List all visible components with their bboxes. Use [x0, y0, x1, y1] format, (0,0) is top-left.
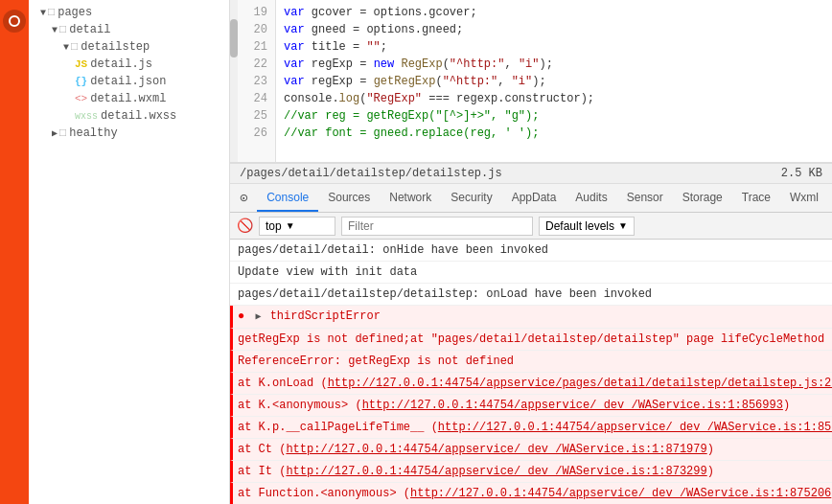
code-line-4: var regExp = new RegExp("^http:", "i"); [284, 56, 824, 73]
detail-label: detail [69, 23, 110, 36]
error-stack-2: at K.<anonymous> (http://127.0.0.1:44754… [230, 395, 832, 417]
tree-item-detailstep[interactable]: ▼ □ detailstep [29, 38, 229, 56]
line-num-26: 26 [245, 125, 267, 142]
context-selector[interactable]: top ▼ [259, 217, 335, 236]
code-line-3: var title = ""; [284, 38, 824, 56]
error-icon: ● [238, 309, 244, 323]
error-stack-text-2: at K.<anonymous> (http://127.0.0.1:44754… [238, 399, 790, 412]
code-line-2: var gneed = options.gneed; [284, 21, 824, 38]
tab-appdata[interactable]: AppData [502, 185, 566, 212]
devtools-tabs: ⊙ Console Sources Network Security AppDa… [230, 184, 832, 213]
tab-console[interactable]: Console [257, 185, 318, 212]
tree-item-detail-js[interactable]: JS detail.js [29, 56, 229, 73]
code-line-8: //var font = gneed.replace(reg, ' '); [284, 125, 824, 142]
code-scrollbar-thumb[interactable] [230, 19, 238, 57]
error-line-1: getRegExp is not defined;at "pages/detai… [230, 329, 832, 351]
line-num-21: 21 [245, 38, 267, 56]
tab-wxml[interactable]: Wxml [780, 185, 828, 212]
tree-item-pages[interactable]: ▼ □ pages [29, 4, 229, 21]
error-stack-1: at K.onLoad (http://127.0.0.1:44754/apps… [230, 373, 832, 395]
console-line-2: Update view with init data [230, 262, 832, 284]
code-line-5: var regExp = getRegExp("^http:", "i"); [284, 73, 824, 90]
code-area: 19 20 21 22 23 24 25 26 var gcover = opt… [230, 0, 832, 163]
tree-item-detail-wxml[interactable]: <> detail.wxml [29, 90, 229, 107]
healthy-label: healthy [69, 126, 117, 140]
expand-arrow-detail: ▼ [52, 25, 58, 35]
line-num-20: 20 [245, 21, 267, 38]
tree-item-detail-json[interactable]: {} detail.json [29, 73, 229, 90]
clear-console-button[interactable]: 🚫 [236, 218, 253, 235]
levels-selector[interactable]: Default levels ▼ [539, 217, 635, 236]
error-msg-1: getRegExp is not defined;at "pages/detai… [238, 332, 832, 346]
line-num-22: 22 [245, 56, 267, 73]
expand-arrow-detailstep: ▼ [63, 42, 69, 53]
error-stack-text-4: at Ct (http://127.0.0.1:44754/appservice… [238, 443, 714, 456]
console-output[interactable]: pages/detail/detail: onHide have been in… [230, 240, 832, 504]
tab-network[interactable]: Network [380, 185, 441, 212]
filesize-text: 2.5 KB [781, 167, 822, 180]
folder-icon-healthy: □ [59, 126, 66, 140]
line-num-24: 24 [245, 90, 267, 107]
code-content: var gcover = options.gcover; var gneed =… [276, 0, 832, 162]
tab-trace[interactable]: Trace [732, 185, 780, 212]
context-value: top [266, 219, 282, 233]
file-tree-sidebar: ▼ □ pages ▼ □ detail ▼ □ detailstep JS d… [29, 0, 230, 504]
error-header-line: ● ▶ thirdScriptError [230, 306, 832, 329]
folder-icon-pages: □ [48, 6, 55, 19]
line-num-19: 19 [245, 4, 267, 21]
console-toolbar: 🚫 top ▼ Default levels ▼ [230, 213, 832, 240]
tab-sensor[interactable]: Sensor [617, 185, 673, 212]
sidebar-icon-1[interactable] [3, 10, 26, 33]
error-stack-text-1: at K.onLoad (http://127.0.0.1:44754/apps… [238, 377, 832, 390]
detail-json-label: detail.json [90, 75, 166, 88]
wxml-icon: <> [75, 93, 87, 104]
json-icon: {} [75, 76, 87, 87]
line-num-25: 25 [245, 107, 267, 125]
tab-audits[interactable]: Audits [566, 185, 616, 212]
folder-icon-detailstep: □ [71, 40, 78, 54]
pages-label: pages [58, 6, 92, 19]
console-line-3: pages/detail/detailstep/detailstep: onLo… [230, 284, 832, 306]
code-line-1: var gcover = options.gcover; [284, 4, 824, 21]
expand-arrow-pages: ▼ [40, 8, 46, 18]
filepath-bar: /pages/detail/detailstep/detailstep.js 2… [230, 163, 832, 184]
expand-arrow-healthy: ▶ [52, 127, 58, 139]
error-stack-6: at Function.<anonymous> (http://127.0.0.… [230, 483, 832, 504]
devtools-tab-icon[interactable]: ⊙ [234, 187, 253, 210]
levels-arrow: ▼ [618, 220, 628, 231]
code-line-6: console.log("RegExp" === regexp.construc… [284, 90, 824, 107]
detail-wxml-label: detail.wxml [90, 92, 166, 105]
line-num-23: 23 [245, 73, 267, 90]
tree-item-detail[interactable]: ▼ □ detail [29, 21, 229, 38]
folder-icon-detail: □ [59, 23, 66, 36]
error-stack-text-3: at K.p.__callPageLifeTime__ (http://127.… [238, 421, 832, 434]
code-line-7: //var reg = getRegExp("[^>]+>", "g"); [284, 107, 824, 125]
wxss-icon: wxss [75, 111, 98, 122]
context-arrow: ▼ [286, 220, 295, 231]
error-stack-text-5: at It (http://127.0.0.1:44754/appservice… [238, 465, 714, 478]
tree-item-healthy[interactable]: ▶ □ healthy [29, 125, 229, 142]
code-line-numbers: 19 20 21 22 23 24 25 26 [238, 0, 276, 162]
js-icon: JS [75, 58, 87, 70]
svg-point-0 [10, 16, 19, 26]
tree-item-detail-wxss[interactable]: wxss detail.wxss [29, 107, 229, 125]
levels-value: Default levels [545, 219, 614, 233]
error-stack-5: at It (http://127.0.0.1:44754/appservice… [230, 461, 832, 483]
main-devtools: 19 20 21 22 23 24 25 26 var gcover = opt… [230, 0, 832, 504]
file-tree: ▼ □ pages ▼ □ detail ▼ □ detailstep JS d… [29, 0, 229, 146]
tab-security[interactable]: Security [441, 185, 501, 212]
detail-wxss-label: detail.wxss [101, 109, 176, 123]
error-line-2: ReferenceError: getRegExp is not defined [230, 351, 832, 373]
filepath-text: /pages/detail/detailstep/detailstep.js [240, 167, 502, 180]
tab-sources[interactable]: Sources [318, 185, 380, 212]
console-line-1: pages/detail/detail: onHide have been in… [230, 240, 832, 262]
expand-error-arrow[interactable]: ▶ [255, 311, 261, 322]
tab-storage[interactable]: Storage [673, 185, 732, 212]
code-scrollbar[interactable] [230, 0, 238, 162]
error-stack-4: at Ct (http://127.0.0.1:44754/appservice… [230, 439, 832, 461]
error-header-text: thirdScriptError [270, 309, 381, 323]
filter-input[interactable] [341, 217, 533, 236]
error-msg-2: ReferenceError: getRegExp is not defined [238, 355, 514, 368]
error-stack-text-6: at Function.<anonymous> (http://127.0.0.… [238, 487, 832, 500]
detail-js-label: detail.js [90, 57, 152, 71]
